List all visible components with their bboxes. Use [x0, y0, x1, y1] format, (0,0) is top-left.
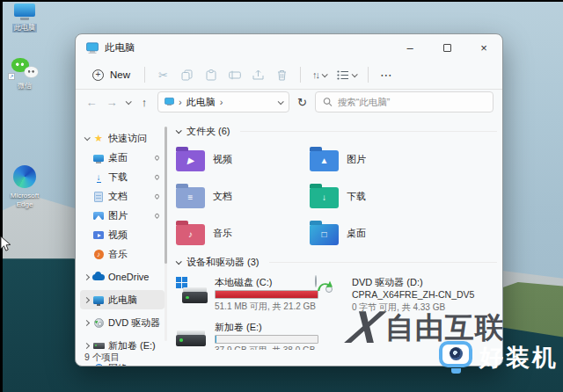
more-button[interactable]: ⋯: [375, 65, 398, 84]
toolbar-divider: [144, 67, 145, 83]
mountain-icon: ▲: [320, 156, 329, 165]
minimize-button[interactable]: –: [391, 34, 428, 61]
view-button[interactable]: [332, 68, 362, 83]
drive-tile-e[interactable]: 新加卷 (E:) 37.9 GB 可用, 共 38.0 GB: [176, 321, 313, 350]
hard-drive-icon: [176, 335, 206, 346]
sidebar-item-downloads[interactable]: ↓ 下载: [80, 168, 165, 186]
toolbar-divider: [300, 67, 301, 83]
drive-usage-bar: [215, 335, 318, 344]
wechat-bubble-white: [25, 67, 38, 77]
breadcrumb-separator: ›: [179, 97, 182, 107]
folder-tile-documents[interactable]: ≡ 文档: [176, 182, 310, 210]
screen-icon: □: [321, 230, 326, 239]
sidebar-item-desktop[interactable]: 桌面: [80, 149, 165, 167]
this-pc-icon: [165, 98, 174, 106]
desktop: 此电脑 ↗ 微信 Microsoft Edge 此电脑 – ×: [0, 0, 563, 392]
sidebar-item-network[interactable]: 网络: [80, 359, 165, 367]
section-header-folders[interactable]: 文件夹 (6): [176, 125, 497, 138]
title-bar[interactable]: 此电脑 – ×: [76, 34, 502, 61]
star-icon: ★: [91, 134, 106, 143]
breadcrumb[interactable]: 此电脑: [186, 96, 216, 109]
desktop-icon: [93, 155, 104, 162]
desktop-folder-icon: □: [310, 224, 339, 245]
drive-tile-c[interactable]: 本地磁盘 (C:) 51.1 MB 可用, 共 21.2 GB: [176, 276, 313, 313]
desktop-icon-label: 微信: [16, 82, 33, 91]
chevron-right-icon: [84, 342, 90, 348]
sidebar-item-quick-access[interactable]: ★ 快速访问: [80, 128, 165, 148]
onedrive-cloud-icon: [92, 274, 105, 280]
desktop-icon-label: Microsoft Edge: [2, 192, 48, 208]
chevron-down-icon: [84, 134, 91, 141]
refresh-button[interactable]: ↻: [297, 96, 307, 109]
dvd-disc-icon: [94, 318, 104, 328]
screen-edge-top: [0, 0, 563, 2]
address-dropdown-button[interactable]: [278, 98, 284, 105]
search-box[interactable]: [315, 91, 494, 113]
folder-tile-pictures[interactable]: ▲ 图片: [310, 145, 443, 173]
down-arrow-icon: ↓: [322, 193, 326, 202]
chevron-down-icon: [352, 71, 358, 77]
maximize-button[interactable]: [428, 34, 465, 61]
desktop-icon-label: 此电脑: [12, 24, 37, 33]
sidebar-item-dvd-drive[interactable]: DVD 驱动器 (D:): [80, 313, 165, 332]
close-button[interactable]: ×: [465, 34, 502, 61]
delete-button[interactable]: [270, 64, 294, 85]
drive-volume-label: CPRA_X64FRE_ZH-CN_DV5: [352, 290, 474, 301]
back-button[interactable]: ←: [84, 97, 99, 108]
document-icon: [94, 192, 103, 202]
downloads-folder-icon: ↓: [310, 187, 339, 208]
history-dropdown-button[interactable]: [126, 98, 132, 105]
folder-tile-videos[interactable]: ▶ 视频: [176, 145, 310, 173]
chevron-right-icon: [84, 319, 90, 325]
desktop-icon-this-pc[interactable]: 此电脑: [0, 4, 49, 33]
chevron-down-icon: [176, 258, 182, 265]
section-header-drives[interactable]: 设备和驱动器 (3): [176, 256, 497, 269]
plus-circle-icon: +: [92, 69, 104, 81]
music-icon: ♪: [94, 250, 104, 259]
folder-tile-music[interactable]: ♪ 音乐: [176, 219, 310, 247]
monitor-mascot-icon: [438, 339, 475, 376]
search-input[interactable]: [338, 97, 486, 107]
sort-arrows-icon: ↑↓: [312, 69, 318, 80]
sidebar-item-onedrive[interactable]: OneDrive: [80, 267, 165, 287]
copy-icon: [181, 69, 193, 81]
sidebar-item-music[interactable]: ♪ 音乐: [80, 245, 165, 264]
toolbar-divider: [368, 67, 369, 83]
desktop-icon-wechat[interactable]: ↗ 微信: [0, 58, 49, 91]
share-button[interactable]: [246, 64, 270, 85]
sidebar-item-documents[interactable]: 文档: [80, 187, 165, 206]
folder-tile-desktop[interactable]: □ 桌面: [310, 219, 443, 247]
pin-icon: [154, 174, 160, 180]
sort-button[interactable]: ↑↓: [307, 67, 332, 83]
sidebar-item-this-pc[interactable]: 此电脑: [80, 290, 165, 309]
drive-name: DVD 驱动器 (D:): [352, 277, 474, 288]
scrollbar-thumb[interactable]: [165, 127, 167, 264]
pin-icon: [154, 155, 160, 161]
sidebar-scrollbar[interactable]: [165, 127, 167, 341]
dvd-green-arrow-icon: [316, 278, 333, 294]
cut-button[interactable]: ✂: [151, 64, 175, 85]
paste-button[interactable]: [199, 64, 223, 85]
up-button[interactable]: ↑: [137, 97, 151, 108]
chevron-right-icon: [84, 296, 90, 302]
forward-button[interactable]: →: [105, 97, 119, 108]
navigation-pane: ★ 快速访问 桌面 ↓ 下载 文档: [76, 118, 167, 350]
rename-button[interactable]: [223, 64, 246, 85]
note-icon: ♪: [188, 230, 193, 239]
chevron-right-icon: [84, 273, 90, 279]
address-box[interactable]: › 此电脑 ›: [157, 91, 289, 113]
new-button-label: New: [110, 69, 130, 80]
sidebar-item-videos[interactable]: 视频: [80, 226, 165, 244]
sidebar-item-new-volume-e[interactable]: 新加卷 (E:): [80, 336, 165, 355]
play-icon: ▶: [187, 156, 194, 165]
screen-edge-left: [0, 0, 3, 392]
sidebar-item-pictures[interactable]: 图片: [80, 207, 165, 225]
chevron-down-icon: [176, 127, 182, 134]
command-toolbar: + New ✂: [76, 61, 502, 90]
desktop-icon-edge[interactable]: Microsoft Edge: [0, 165, 49, 208]
copy-button[interactable]: [175, 64, 199, 85]
usage-fill: [216, 291, 318, 298]
chevron-right-icon: [84, 365, 90, 367]
folder-tile-downloads[interactable]: ↓ 下载: [310, 182, 443, 210]
new-button[interactable]: + New: [84, 66, 138, 84]
